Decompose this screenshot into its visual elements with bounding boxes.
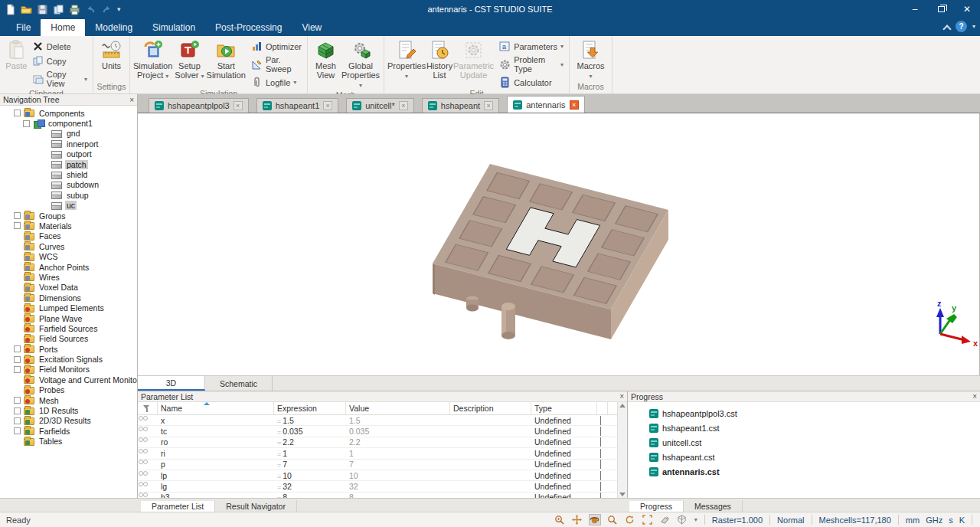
tree-expander-icon[interactable] xyxy=(14,397,21,404)
menu-tab[interactable]: File xyxy=(6,19,41,36)
column-expression[interactable]: Expression xyxy=(274,402,346,414)
menu-tab[interactable]: View xyxy=(292,19,332,36)
tree-expander-icon[interactable] xyxy=(14,243,21,250)
tab-close-icon[interactable]: × xyxy=(399,101,408,110)
tree-expander-icon[interactable] xyxy=(14,417,21,424)
type-dropdown-icon[interactable] xyxy=(600,460,601,469)
tree-expander-icon[interactable] xyxy=(14,325,21,332)
status-render-mode[interactable]: Normal xyxy=(777,516,804,525)
copy-view-button[interactable]: Copy View▾ xyxy=(30,69,90,89)
restore-button[interactable] xyxy=(928,0,954,18)
tree-item[interactable]: Dimensions xyxy=(0,293,137,303)
type-dropdown-icon[interactable] xyxy=(600,427,601,436)
tree-item[interactable]: Components xyxy=(0,108,137,118)
viewport-tab[interactable]: 3D xyxy=(138,376,205,391)
parameter-list-close-icon[interactable]: × xyxy=(619,392,624,401)
tree-item[interactable]: Anchor Points xyxy=(0,262,137,272)
menu-tab[interactable]: Simulation xyxy=(142,19,205,36)
tree-item[interactable]: outport xyxy=(0,149,137,159)
parameter-row[interactable]: h3 =8 8 Undefined xyxy=(138,493,617,498)
tree-item[interactable]: Materials xyxy=(0,221,137,231)
tree-item[interactable]: Voltage and Current Monitors xyxy=(0,375,137,385)
type-dropdown-icon[interactable] xyxy=(600,471,601,480)
tree-expander-icon[interactable] xyxy=(14,273,21,280)
column-type[interactable]: Type xyxy=(531,402,597,414)
type-dropdown-icon[interactable] xyxy=(600,449,601,458)
parameter-row[interactable]: x =1.5 1.5 Undefined xyxy=(138,415,617,426)
new-file-icon[interactable] xyxy=(5,4,16,15)
parameter-row[interactable]: ro =2.2 2.2 Undefined xyxy=(138,437,617,448)
tab-close-icon[interactable]: × xyxy=(323,101,332,110)
tree-expander-icon[interactable] xyxy=(41,140,48,147)
tree-expander-icon[interactable] xyxy=(41,130,48,137)
tree-item[interactable]: Voxel Data xyxy=(0,283,137,293)
tree-expander-icon[interactable] xyxy=(14,336,21,342)
tree-expander-icon[interactable] xyxy=(14,110,21,116)
parameter-scrollbar[interactable] xyxy=(617,402,627,498)
simulation-project-button[interactable]: Simulation Project ▾ xyxy=(133,38,172,81)
viewport-tab[interactable]: Schematic xyxy=(205,376,273,391)
tree-item[interactable]: component1 xyxy=(0,118,137,128)
parameters-button[interactable]: aParameters▾ xyxy=(497,40,566,53)
logfile-button[interactable]: Logfile▾ xyxy=(249,76,304,89)
global-properties-button[interactable]: Global Properties ▾ xyxy=(341,38,381,90)
bottom-tab[interactable]: Messages xyxy=(684,500,743,513)
tree-item[interactable]: Groups xyxy=(0,211,137,221)
fit-view-icon[interactable] xyxy=(642,514,654,525)
progress-close-icon[interactable]: × xyxy=(972,392,977,401)
tree-expander-icon[interactable] xyxy=(14,264,21,270)
tree-item[interactable]: WCS xyxy=(0,251,137,261)
tree-expander-icon[interactable] xyxy=(14,427,21,434)
print-icon[interactable] xyxy=(69,4,80,15)
setup-solver-button[interactable]: Setup Solver ▾ xyxy=(172,38,206,81)
menu-tab[interactable]: Home xyxy=(41,19,85,36)
tree-item[interactable]: Farfield Sources xyxy=(0,323,137,333)
tree-item[interactable]: subup xyxy=(0,190,137,200)
parameter-row[interactable]: p =7 7 Undefined xyxy=(138,460,617,470)
tree-item[interactable]: uc xyxy=(0,201,137,211)
tree-item[interactable]: Faces xyxy=(0,231,137,241)
undo-icon[interactable] xyxy=(85,4,96,15)
tree-expander-icon[interactable] xyxy=(14,376,21,383)
type-dropdown-icon[interactable] xyxy=(600,493,601,498)
spin-icon[interactable] xyxy=(624,514,636,525)
column-description[interactable]: Description xyxy=(450,402,531,414)
tree-expander-icon[interactable] xyxy=(41,182,48,188)
parameter-row[interactable]: lp =10 10 Undefined xyxy=(138,470,617,481)
calculator-button[interactable]: Calculator xyxy=(497,76,566,89)
tree-expander-icon[interactable] xyxy=(14,315,21,322)
help-icon[interactable]: ? xyxy=(956,21,967,32)
problem-type-button[interactable]: Problem Type▾ xyxy=(497,54,566,74)
tree-expander-icon[interactable] xyxy=(14,356,21,363)
close-button[interactable]: ✕ xyxy=(954,0,980,18)
type-dropdown-icon[interactable] xyxy=(600,437,601,447)
tree-item[interactable]: Wires xyxy=(0,272,137,282)
parameter-row[interactable]: ri =1 1 Undefined xyxy=(138,448,617,459)
tree-expander-icon[interactable] xyxy=(14,294,21,301)
column-name[interactable]: Name xyxy=(158,402,274,414)
tree-expander-icon[interactable] xyxy=(14,438,21,445)
progress-file-item[interactable]: hshapeant1.cst xyxy=(628,421,980,435)
tree-item[interactable]: shield xyxy=(0,169,137,179)
properties-button[interactable]: Properties▾ xyxy=(387,38,426,81)
document-tab[interactable]: hshapeantplpol3 × xyxy=(149,98,249,113)
rotate-icon[interactable] xyxy=(589,514,601,525)
viewport-3d[interactable]: z y x xyxy=(138,113,980,375)
tree-item[interactable]: Plane Wave xyxy=(0,313,137,323)
menu-tab[interactable]: Post-Processing xyxy=(205,19,292,36)
progress-file-item[interactable]: unitcell.cst xyxy=(628,435,980,450)
tree-expander-icon[interactable] xyxy=(14,222,21,229)
tree-item[interactable]: Ports xyxy=(0,344,137,354)
save-icon[interactable] xyxy=(37,4,48,15)
tree-item[interactable]: Lumped Elements xyxy=(0,303,137,313)
tree-item[interactable]: innerport xyxy=(0,139,137,149)
tree-expander-icon[interactable] xyxy=(14,366,21,373)
tab-close-icon[interactable]: × xyxy=(570,100,579,110)
help-dropdown-icon[interactable]: ▾ xyxy=(972,23,975,30)
zoom-in-icon[interactable] xyxy=(554,514,566,525)
par-sweep-button[interactable]: Par. Sweep xyxy=(249,54,304,74)
progress-file-item[interactable]: antennaris.cst xyxy=(628,464,980,479)
tab-close-icon[interactable]: × xyxy=(234,101,243,110)
pan-icon[interactable] xyxy=(571,514,583,525)
tab-close-icon[interactable]: × xyxy=(484,101,493,110)
